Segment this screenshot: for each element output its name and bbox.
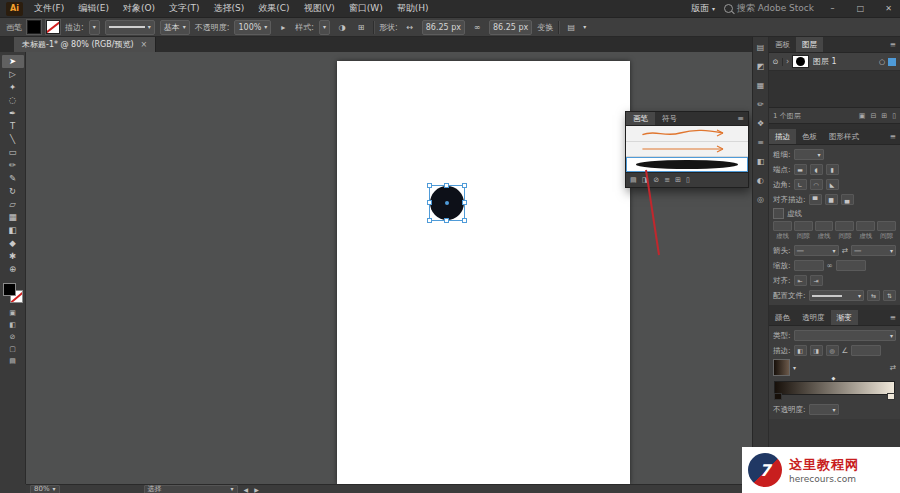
dash-field-2[interactable]	[815, 221, 834, 231]
menu-item-help[interactable]: 帮助(H)	[390, 0, 436, 17]
direct-selection-tool-button[interactable]: ▷	[2, 68, 24, 81]
fill-stroke-control[interactable]	[3, 283, 23, 303]
visibility-eye-icon[interactable]: ⊙	[769, 58, 783, 66]
stroke-panel-icon[interactable]: ≡	[757, 138, 764, 147]
options-icon[interactable]: ≡	[664, 176, 670, 184]
swap-arrowheads-icon[interactable]: ⇄	[842, 246, 848, 255]
prev-artboard-button[interactable]: ◀	[244, 486, 249, 493]
app-logo[interactable]: Ai	[6, 2, 23, 16]
cap-butt-button[interactable]: ▬	[794, 164, 807, 175]
rotate-tool-button[interactable]: ↻	[2, 185, 24, 198]
fill-color-swatch[interactable]	[27, 20, 41, 34]
remove-brush-stroke-icon[interactable]: ⊘	[653, 176, 659, 184]
opacity-panel-arrow-icon[interactable]: ▸	[276, 23, 290, 32]
swatches-panel-icon[interactable]: ▦	[757, 81, 765, 90]
minimize-button[interactable]: –	[823, 0, 842, 17]
tab-color[interactable]: 颜色	[769, 310, 796, 325]
next-artboard-button[interactable]: ▶	[254, 486, 259, 493]
selection-tool-button[interactable]: ➤	[2, 55, 24, 68]
selection-handle-w[interactable]	[427, 200, 432, 205]
layer-name[interactable]: 图层 1	[813, 56, 876, 67]
menu-item-edit[interactable]: 编辑(E)	[71, 0, 116, 17]
draw-mode-button[interactable]: ▢	[4, 344, 22, 354]
brush-definition-dropdown[interactable]: 基本 ▾	[160, 20, 190, 35]
transparency-panel-icon[interactable]: ◐	[757, 176, 764, 185]
pen-tool-button[interactable]: ✒	[2, 107, 24, 120]
magic-wand-tool-button[interactable]: ✦	[2, 81, 24, 94]
brush-item-sketch-arrow[interactable]	[626, 126, 748, 142]
style-dropdown[interactable]: ▾	[319, 20, 330, 35]
join-bevel-button[interactable]: ◣	[826, 179, 839, 190]
screen-mode-button[interactable]: ▤	[4, 356, 22, 366]
join-round-button[interactable]: ◠	[810, 179, 823, 190]
menu-item-effect[interactable]: 效果(C)	[251, 0, 296, 17]
delete-layer-icon[interactable]: ▯	[892, 112, 896, 120]
mesh-tool-button[interactable]: ▦	[2, 211, 24, 224]
gradient-stop-start[interactable]	[774, 393, 782, 400]
eyedropper-tool-button[interactable]: ◆	[2, 237, 24, 250]
selection-handle-sw[interactable]	[427, 218, 432, 223]
fill-black-swatch[interactable]	[3, 283, 16, 296]
tab-stroke[interactable]: 描边	[769, 129, 796, 144]
variable-width-profile-dropdown[interactable]: ▾	[105, 20, 155, 35]
gradient-stroke-within-button[interactable]: ◧	[794, 345, 807, 356]
brush-libraries-icon[interactable]: ▤	[630, 176, 637, 184]
workspace-switcher[interactable]: 版面 ▾	[691, 2, 715, 15]
selection-handle-se[interactable]	[462, 218, 467, 223]
new-brush-icon[interactable]: ⊞	[675, 176, 681, 184]
align-stroke-outside-button[interactable]: ▄	[841, 194, 854, 205]
tab-gradient[interactable]: 渐变	[831, 310, 858, 325]
layer-row[interactable]: ⊙ › 图层 1 ○	[769, 53, 900, 71]
type-tool-button[interactable]: T	[2, 120, 24, 133]
status-indicator-dropdown[interactable]: 选择 ▾	[144, 485, 238, 493]
target-circle-icon[interactable]: ○	[876, 58, 888, 66]
gradient-midpoint-icon[interactable]: ◆	[832, 375, 836, 381]
align-stroke-center-button[interactable]: ▀	[809, 194, 822, 205]
pencil-tool-button[interactable]: ✎	[2, 172, 24, 185]
recolor-artwork-icon[interactable]: ◑	[335, 23, 349, 32]
selection-handle-ne[interactable]	[462, 183, 467, 188]
transform-label[interactable]: 变换	[537, 22, 553, 33]
stock-search[interactable]: 搜索 Adobe Stock	[724, 2, 814, 15]
align-stroke-inside-button[interactable]: ■	[825, 194, 838, 205]
document-tab[interactable]: 未标题-1* @ 80% (RGB/预览) ×	[14, 37, 156, 52]
paintbrush-tool-button[interactable]: ✏	[2, 159, 24, 172]
menu-item-view[interactable]: 视图(V)	[297, 0, 342, 17]
arrow-scale-start-field[interactable]	[794, 260, 824, 271]
gap-field-1[interactable]	[794, 221, 813, 231]
brushes-panel-icon[interactable]: ✏	[757, 100, 764, 109]
lasso-tool-button[interactable]: ◌	[2, 94, 24, 107]
artboard[interactable]	[337, 61, 630, 484]
dash-field-1[interactable]	[773, 221, 792, 231]
color-guide-icon[interactable]: ◩	[757, 62, 765, 71]
tab-graphic-styles[interactable]: 图形样式	[823, 129, 865, 144]
gradient-stroke-along-button[interactable]: ◨	[810, 345, 823, 356]
gradient-slider[interactable]: ◆	[774, 381, 895, 395]
rectangle-tool-button[interactable]: ▭	[2, 146, 24, 159]
selection-bounding-box[interactable]	[429, 185, 465, 221]
gradient-opacity-field[interactable]: ▾	[809, 404, 839, 415]
tab-swatches[interactable]: 色板	[796, 129, 823, 144]
arrowhead-start-dropdown[interactable]: — ▾	[794, 245, 839, 256]
gap-field-3[interactable]	[877, 221, 896, 231]
menu-item-file[interactable]: 文件(F)	[27, 0, 71, 17]
width-profile-dropdown[interactable]: ▾	[809, 290, 864, 301]
arrowhead-end-dropdown[interactable]: — ▾	[851, 245, 896, 256]
line-segment-tool-button[interactable]: ╲	[2, 133, 24, 146]
color-panel-icon[interactable]: ▤	[757, 43, 765, 52]
appearance-panel-icon[interactable]: ◎	[757, 195, 764, 204]
canvas[interactable]: 画笔 符号 ≡	[26, 52, 752, 484]
gradient-panel-icon[interactable]: ◧	[757, 157, 765, 166]
layers-panel-menu-icon[interactable]: ≡	[886, 37, 900, 52]
selection-handle-e[interactable]	[462, 200, 467, 205]
gap-field-2[interactable]	[835, 221, 854, 231]
shape-width-field[interactable]: 86.25 px	[422, 20, 465, 35]
link-scale-icon[interactable]: ∞	[827, 261, 833, 270]
gradient-type-dropdown[interactable]: ▾	[794, 330, 896, 341]
brushes-panel[interactable]: 画笔 符号 ≡	[625, 111, 749, 188]
expand-arrow-icon[interactable]: ›	[783, 57, 792, 66]
align-panel-icon[interactable]: ⊞	[354, 23, 368, 32]
close-button[interactable]: ✕	[879, 0, 898, 17]
delete-brush-icon[interactable]: ▯	[686, 176, 690, 184]
brush-item-line-arrow[interactable]	[626, 142, 748, 158]
